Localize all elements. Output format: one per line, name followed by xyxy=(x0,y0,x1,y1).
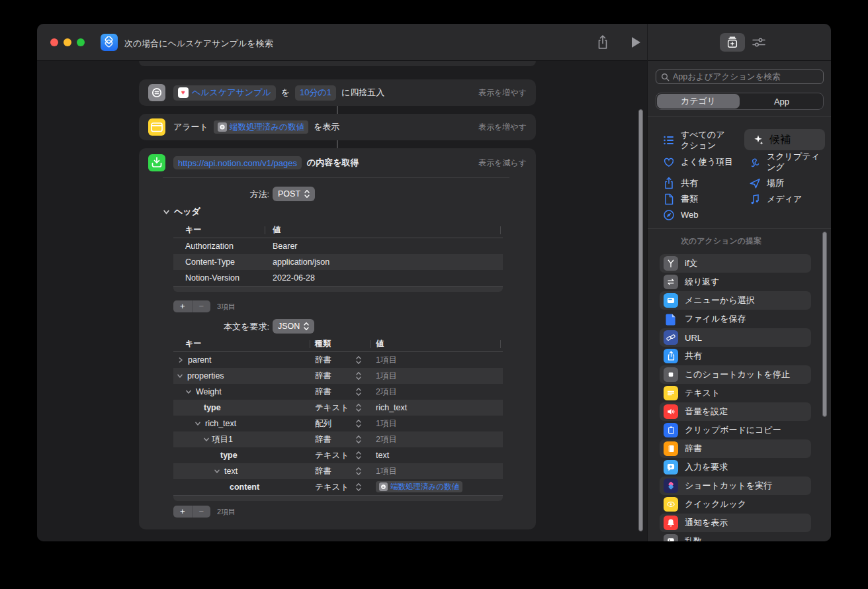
speaker-icon xyxy=(666,406,676,417)
suggestion-choose-from-menu[interactable]: メニューから選択 xyxy=(660,291,811,310)
json-row[interactable]: Weight 辞書 2項目 xyxy=(173,384,503,400)
suggestion-if[interactable]: if文 xyxy=(660,254,811,273)
method-dropdown[interactable]: POST xyxy=(273,187,315,201)
menu-icon xyxy=(666,295,676,306)
add-header-button[interactable]: + xyxy=(173,300,192,312)
header-row[interactable]: Content-Type application/json xyxy=(173,254,503,270)
zoom-button[interactable] xyxy=(77,38,85,46)
share-icon xyxy=(662,177,675,190)
request-body-dropdown[interactable]: JSON xyxy=(273,319,314,334)
category-scripting[interactable]: スクリプティング xyxy=(748,152,828,173)
action-card-alert[interactable]: アラート 端数処理済みの数値 を表示 表示を増やす xyxy=(139,114,536,140)
suggestion-run-shortcut[interactable]: ショートカットを実行 xyxy=(660,476,811,495)
share-icon xyxy=(596,35,609,50)
suggestion-text[interactable]: テキスト xyxy=(660,384,811,402)
action-library-button[interactable] xyxy=(720,33,745,52)
header-row[interactable]: Notion-Version 2022-06-28 xyxy=(173,270,503,286)
stepper-icon xyxy=(356,371,361,381)
json-row[interactable]: rich_text 配列 1項目 xyxy=(173,416,503,431)
share-button[interactable] xyxy=(594,34,611,50)
show-less-button[interactable]: 表示を減らす xyxy=(478,158,527,169)
headers-table: キー 値 Authorization Bearer Content-Type a… xyxy=(173,222,503,292)
speech-bubble-icon xyxy=(666,462,676,473)
variable-token[interactable]: 端数処理済みの数値 xyxy=(214,120,308,134)
action-settings-button[interactable] xyxy=(749,34,769,51)
heart-icon xyxy=(662,156,675,169)
category-documents[interactable]: 書類 xyxy=(662,193,698,206)
fraction-token[interactable]: 10分の1 xyxy=(295,85,336,101)
suggestion-quick-look[interactable]: クイックルック xyxy=(660,495,811,514)
headers-count: 3項目 xyxy=(217,302,236,312)
json-row[interactable]: type テキスト text xyxy=(173,447,503,463)
partial-action-card[interactable] xyxy=(139,61,536,66)
minimize-button[interactable] xyxy=(64,38,71,46)
json-row[interactable]: properties 辞書 1項目 xyxy=(173,368,503,384)
suggestion-copy-to-clipboard[interactable]: クリップボードにコピー xyxy=(660,421,811,439)
suggestion-stop-shortcut[interactable]: このショートカットを停止 xyxy=(660,365,811,384)
tab-apps[interactable]: App xyxy=(740,93,823,109)
json-row[interactable]: type テキスト rich_text xyxy=(173,400,503,416)
category-suggestions[interactable]: 候補 xyxy=(744,129,825,150)
flow-connector xyxy=(337,140,338,148)
suggestion-show-notification[interactable]: 通知を表示 xyxy=(660,514,811,532)
suggestion-set-volume[interactable]: 音量を設定 xyxy=(660,402,811,421)
bell-icon xyxy=(666,518,676,528)
main-scrollbar[interactable] xyxy=(638,109,643,531)
suggestion-random-number[interactable]: 乱数 xyxy=(660,532,811,541)
clipboard-icon xyxy=(666,425,676,435)
variable-token[interactable]: 端数処理済みの数値 xyxy=(376,481,462,492)
json-add-remove: + − 2項目 xyxy=(173,506,236,518)
suggestion-url[interactable]: URL xyxy=(660,328,811,347)
json-row[interactable]: text 辞書 1項目 xyxy=(173,463,503,479)
json-row[interactable]: parent 辞書 1項目 xyxy=(173,352,503,368)
suggestion-dictionary[interactable]: 辞書 xyxy=(660,439,811,458)
suggestions-header: 次のアクションの提案 xyxy=(681,236,761,247)
chevron-down-icon xyxy=(163,208,170,216)
show-more-button[interactable]: 表示を増やす xyxy=(478,87,527,99)
json-table-header: キー 種類 値 xyxy=(173,336,503,352)
library-tabs: カテゴリ App xyxy=(656,93,824,110)
search-field[interactable] xyxy=(656,69,824,84)
tab-categories[interactable]: カテゴリ xyxy=(657,94,740,109)
search-input[interactable] xyxy=(673,72,805,81)
stepper-icon xyxy=(356,467,361,476)
suggestion-save-file[interactable]: ファイルを保存 xyxy=(660,310,811,328)
stop-icon xyxy=(666,369,676,380)
sidebar-scrollbar[interactable] xyxy=(822,232,827,417)
titlebar: 次の場合にヘルスケアサンプルを検索 xyxy=(37,24,831,61)
chevron-down-icon xyxy=(195,420,201,427)
stepper-icon xyxy=(356,387,361,396)
category-sharing[interactable]: 共有 xyxy=(662,177,698,190)
suggestion-repeat[interactable]: 繰り返す xyxy=(660,273,811,291)
category-favorites[interactable]: よく使う項目 xyxy=(662,156,733,169)
rounded-number-variable-icon xyxy=(379,482,388,491)
close-button[interactable] xyxy=(50,38,58,46)
chevron-down-icon xyxy=(177,373,183,379)
action-card-round[interactable]: ♥ ヘルスケアサンプル を 10分の1 に四捨五入 表示を増やす xyxy=(139,79,536,106)
action-card-get-contents[interactable]: https://api.notion.com/v1/pages の内容を取得 表… xyxy=(139,148,536,529)
remove-header-button[interactable]: − xyxy=(192,300,211,312)
list-icon xyxy=(662,134,675,147)
editor-canvas: ♥ ヘルスケアサンプル を 10分の1 に四捨五入 表示を増やす アラート xyxy=(37,61,647,541)
show-more-button[interactable]: 表示を増やす xyxy=(478,122,527,133)
alert-icon xyxy=(148,118,165,136)
category-location[interactable]: 場所 xyxy=(748,177,784,190)
health-sample-token[interactable]: ♥ ヘルスケアサンプル xyxy=(173,85,276,101)
category-web[interactable]: Web xyxy=(662,208,699,222)
url-token[interactable]: https://api.notion.com/v1/pages xyxy=(173,156,302,169)
headers-disclosure[interactable]: ヘッダ xyxy=(163,206,200,218)
category-media[interactable]: メディア xyxy=(748,193,802,206)
download-icon xyxy=(148,154,165,171)
book-icon xyxy=(666,443,676,454)
window-title: 次の場合にヘルスケアサンプルを検索 xyxy=(124,38,273,50)
header-row[interactable]: Authorization Bearer xyxy=(173,238,503,254)
json-row[interactable]: content テキスト 端数処理済みの数値 xyxy=(173,479,503,495)
category-all-actions[interactable]: すべてのアクション xyxy=(662,130,732,151)
remove-json-field-button[interactable]: − xyxy=(192,506,211,518)
run-button[interactable] xyxy=(627,34,644,50)
add-json-field-button[interactable]: + xyxy=(173,506,192,518)
round-number-icon xyxy=(148,84,165,101)
json-row[interactable]: 項目1 辞書 2項目 xyxy=(173,431,503,447)
suggestion-share[interactable]: 共有 xyxy=(660,347,811,365)
suggestion-ask-for-input[interactable]: 入力を要求 xyxy=(660,458,811,476)
